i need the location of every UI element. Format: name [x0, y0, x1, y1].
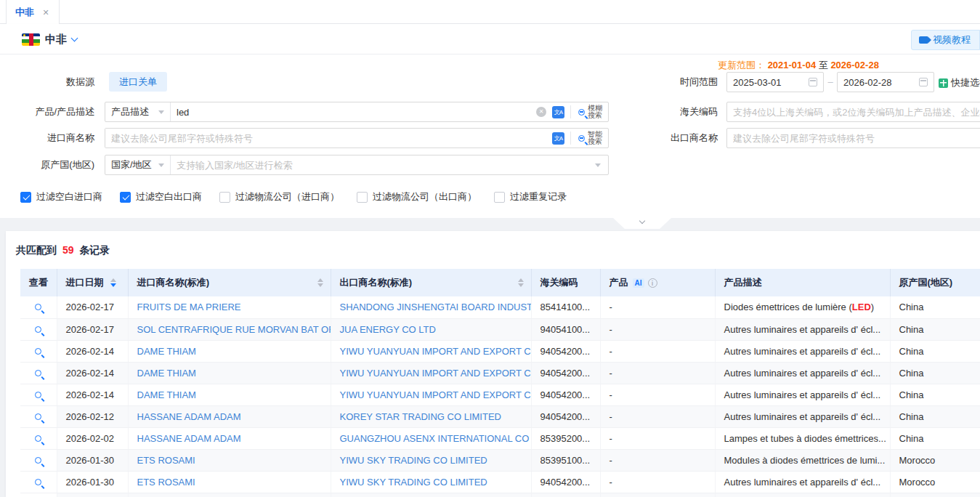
- translate-icon[interactable]: [552, 132, 564, 145]
- exporter-link[interactable]: GUANGZHOU ASENX INTERNATIONAL CO ...: [340, 433, 532, 444]
- time-range-end-input[interactable]: [837, 72, 934, 92]
- data-source-import-declaration-button[interactable]: 进口关单: [109, 72, 167, 92]
- hs-code-cell: 85395200...: [531, 427, 600, 449]
- sort-asc-icon[interactable]: [317, 278, 323, 282]
- importer-link[interactable]: HASSANE ADAM ADAM: [137, 433, 241, 444]
- sort-control[interactable]: [110, 278, 116, 287]
- hs-code-input[interactable]: [726, 102, 980, 122]
- view-detail-search-icon[interactable]: [35, 413, 41, 420]
- checkbox-checked-icon[interactable]: [120, 192, 131, 203]
- column-header: 查看: [20, 269, 57, 296]
- tab-zhongfei[interactable]: 中非: [6, 0, 60, 24]
- importer-link[interactable]: FRUITS DE MA PRIERE: [137, 302, 241, 312]
- close-icon[interactable]: [41, 8, 50, 17]
- exporter-link[interactable]: KOREY STAR TRADING CO LIMITED: [340, 411, 501, 422]
- importer-link[interactable]: DAME THIAM: [137, 346, 196, 357]
- exporter-link[interactable]: YIWU YUANYUAN IMPORT AND EXPORT C...: [340, 346, 532, 357]
- sort-control[interactable]: [518, 278, 524, 287]
- view-cell[interactable]: [20, 449, 57, 471]
- filter-checkbox[interactable]: 过滤物流公司（出口商）: [357, 190, 477, 203]
- importer-link[interactable]: DAME THIAM: [137, 389, 196, 400]
- smart-search-button[interactable]: 智能 搜索: [571, 129, 608, 148]
- column-header[interactable]: 进口日期: [57, 269, 128, 296]
- importer-link[interactable]: ETS ROSAMI: [137, 455, 195, 466]
- results-table: 查看进口日期进口商名称(标准)出口商名称(标准)海关编码产品AIi产品描述原产国…: [20, 269, 980, 497]
- clear-icon[interactable]: [536, 107, 546, 117]
- view-detail-search-icon[interactable]: [35, 348, 41, 355]
- quick-select-button[interactable]: 快捷选择: [939, 76, 980, 89]
- exporter-link[interactable]: SHANDONG JINSHENGTAI BOARD INDUST...: [340, 302, 532, 312]
- filter-checkbox[interactable]: 过滤物流公司（进口商）: [219, 190, 339, 203]
- exporter-link[interactable]: YIWU SKY TRADING CO LIMITED: [340, 477, 487, 488]
- sort-desc-icon[interactable]: [110, 283, 116, 287]
- filter-checkbox[interactable]: 过滤重复记录: [494, 190, 567, 203]
- importer-link[interactable]: DAME THIAM: [137, 368, 196, 379]
- origin-mode-select[interactable]: 国家/地区: [105, 155, 171, 174]
- column-header-label: 进口商名称(标准): [137, 276, 210, 289]
- view-detail-search-icon[interactable]: [35, 370, 41, 376]
- time-range-start-input[interactable]: [726, 72, 824, 92]
- view-detail-search-icon[interactable]: [35, 435, 41, 442]
- table-row: 2026-01-30ETS ROSAMIYIWU SKY TRADING CO …: [20, 449, 980, 471]
- table-row: 2026-02-12HASSANE ADAM ADAMKOREY STAR TR…: [20, 405, 980, 427]
- filter-checkbox[interactable]: 过滤空白出口商: [120, 190, 202, 203]
- importer-link[interactable]: HASSANE ADAM ADAM: [137, 411, 241, 422]
- checkbox-unchecked-icon[interactable]: [219, 192, 230, 203]
- origin-country-input[interactable]: [171, 155, 595, 174]
- hs-code-cell: 85414100...: [531, 296, 600, 318]
- video-tutorial-label: 视频教程: [933, 33, 971, 47]
- sort-desc-icon[interactable]: [518, 283, 524, 287]
- importer-link[interactable]: ETS ROSAMI: [137, 477, 195, 488]
- chevron-down-icon[interactable]: [71, 35, 78, 42]
- highlighted-keyword: LED: [852, 302, 871, 312]
- filter-checkbox[interactable]: 过滤空白进口商: [20, 190, 102, 203]
- checkbox-unchecked-icon[interactable]: [357, 192, 368, 203]
- date-range-separator: –: [827, 72, 834, 92]
- column-header[interactable]: 出口商名称(标准): [331, 269, 531, 296]
- origin-country-cell: Morocco: [890, 471, 980, 493]
- table-row: 2026-02-02HASSANE ADAM ADAMGUANGZHOU ASE…: [20, 427, 980, 449]
- importer-cell: SOL CENTRAFRIQUE RUE MORVAN BAT OF...: [128, 318, 331, 340]
- origin-country-cell: China: [890, 318, 980, 340]
- video-tutorial-button[interactable]: 视频教程: [911, 30, 980, 50]
- exporter-link[interactable]: JUA ENERGY CO LTD: [340, 324, 436, 335]
- update-range: 更新范围： 2021-01-04 至 2026-02-28: [718, 59, 879, 72]
- importer-link[interactable]: SOL CENTRAFRIQUE RUE MORVAN BAT OF...: [137, 324, 331, 335]
- country-selector-label[interactable]: 中非: [45, 33, 67, 47]
- view-detail-search-icon[interactable]: [35, 392, 41, 398]
- filter-panel: 数据源 进口关单 更新范围： 2021-01-04 至 2026-02-28 时…: [0, 54, 980, 218]
- view-cell[interactable]: [20, 384, 57, 405]
- fuzzy-search-button[interactable]: 模糊 搜索: [571, 102, 608, 121]
- info-icon[interactable]: i: [648, 278, 657, 288]
- update-range-label: 更新范围：: [718, 60, 765, 70]
- sort-desc-icon[interactable]: [317, 283, 323, 287]
- view-cell[interactable]: [20, 471, 57, 493]
- translate-icon[interactable]: [552, 106, 564, 118]
- product-mode-select[interactable]: 产品描述: [105, 102, 171, 121]
- origin-country-label: 原产国(地区): [0, 155, 94, 175]
- view-cell[interactable]: [20, 340, 57, 362]
- view-detail-search-icon[interactable]: [35, 326, 41, 333]
- sort-control[interactable]: [317, 278, 323, 287]
- sort-asc-icon[interactable]: [518, 278, 524, 282]
- chevron-down-icon: [158, 110, 164, 114]
- view-detail-search-icon[interactable]: [35, 457, 41, 464]
- sort-asc-icon[interactable]: [110, 278, 116, 282]
- view-cell[interactable]: [20, 362, 57, 384]
- checkbox-unchecked-icon[interactable]: [494, 192, 505, 203]
- view-cell[interactable]: [20, 405, 57, 427]
- exporter-link[interactable]: YIWU YUANYUAN IMPORT AND EXPORT C...: [340, 389, 532, 400]
- exporter-link[interactable]: YIWU YUANYUAN IMPORT AND EXPORT C...: [340, 368, 532, 379]
- column-header[interactable]: 进口商名称(标准): [128, 269, 331, 296]
- importer-input[interactable]: [105, 129, 552, 148]
- view-cell[interactable]: [20, 296, 57, 318]
- view-detail-search-icon[interactable]: [35, 479, 41, 485]
- view-detail-search-icon[interactable]: [35, 304, 41, 310]
- view-cell[interactable]: [20, 427, 57, 449]
- view-cell[interactable]: [20, 318, 57, 340]
- collapse-filters-handle[interactable]: [613, 218, 671, 229]
- product-search-input[interactable]: [171, 102, 536, 121]
- exporter-input[interactable]: [726, 128, 980, 148]
- checkbox-checked-icon[interactable]: [20, 192, 31, 203]
- exporter-link[interactable]: YIWU SKY TRADING CO LIMITED: [340, 455, 487, 466]
